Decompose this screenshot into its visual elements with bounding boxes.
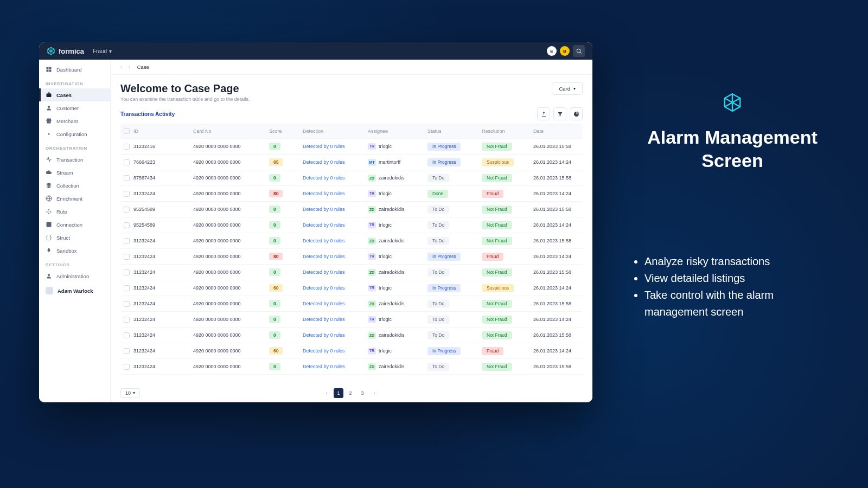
cell-detection[interactable]: Detected by 0 rules — [303, 144, 368, 149]
row-checkbox[interactable] — [124, 317, 130, 323]
cell-detection[interactable]: Detected by 0 rules — [303, 348, 368, 354]
sidebar-item-label: Configuration — [56, 131, 87, 137]
row-checkbox[interactable] — [124, 159, 130, 165]
table-row[interactable]: 312324164920 0000 0000 00000Detected by … — [120, 139, 583, 155]
table-row[interactable]: 312324244920 0000 0000 00000Detected by … — [120, 312, 583, 328]
col-header[interactable]: Status — [427, 129, 482, 134]
col-header[interactable]: Assignee — [368, 129, 427, 134]
table-row[interactable]: 312324244920 0000 0000 000080Detected by… — [120, 249, 583, 265]
row-checkbox[interactable] — [124, 301, 130, 307]
table-row[interactable]: 766642234920 0000 0000 000065Detected by… — [120, 155, 583, 170]
table-row[interactable]: 952545894920 0000 0000 00000Detected by … — [120, 202, 583, 217]
row-checkbox[interactable] — [124, 144, 130, 150]
card-dropdown[interactable]: Card ▾ — [552, 82, 583, 95]
sidebar-item-cases[interactable]: Cases — [39, 88, 110, 101]
row-checkbox[interactable] — [124, 191, 130, 197]
row-checkbox[interactable] — [124, 332, 130, 338]
svg-point-16 — [48, 133, 50, 135]
sidebar-item-stream[interactable]: Stream — [39, 166, 110, 179]
table-row[interactable]: 312324244920 0000 0000 00000Detected by … — [120, 328, 583, 343]
assignee-tag: ZD — [368, 363, 376, 370]
row-checkbox[interactable] — [124, 364, 130, 370]
row-checkbox[interactable] — [124, 207, 130, 213]
sidebar-item-merchant[interactable]: Merchant — [39, 114, 110, 127]
sidebar-item-customer[interactable]: Customer — [39, 101, 110, 114]
col-header[interactable]: ID — [133, 129, 193, 134]
table-row[interactable]: 312324244920 0000 0000 000060Detected by… — [120, 280, 583, 296]
user-pill-e[interactable]: E — [547, 46, 557, 56]
cell-detection[interactable]: Detected by 0 rules — [303, 364, 368, 369]
sidebar-item-rule[interactable]: Rule — [39, 205, 110, 218]
page-number[interactable]: 1 — [334, 388, 343, 398]
sidebar-user[interactable]: Adam Warlock — [39, 282, 110, 299]
sidebar-item-collection[interactable]: Collection — [39, 179, 110, 192]
cell-detection[interactable]: Detected by 0 rules — [303, 254, 368, 259]
col-header[interactable]: Resolution — [482, 129, 533, 134]
table-row[interactable]: 312324244920 0000 0000 00000Detected by … — [120, 359, 583, 375]
page-size-select[interactable]: 10 ▾ — [120, 388, 140, 398]
row-checkbox[interactable] — [124, 222, 130, 228]
export-button[interactable] — [537, 107, 550, 120]
svg-point-15 — [48, 106, 50, 108]
promo-bullet: Analyze risky transactions — [644, 253, 835, 270]
resolution-badge: Fraud — [482, 190, 503, 198]
table-row[interactable]: 312324244920 0000 0000 00000Detected by … — [120, 296, 583, 312]
select-all-checkbox[interactable] — [124, 128, 130, 134]
table-row[interactable]: 312324244920 0000 0000 00000Detected by … — [120, 265, 583, 280]
cell-detection[interactable]: Detected by 0 rules — [303, 332, 368, 338]
resolution-badge: Not Fraud — [482, 316, 512, 324]
page-next[interactable]: › — [369, 388, 379, 398]
cell-detection[interactable]: Detected by 0 rules — [303, 191, 368, 196]
row-checkbox[interactable] — [124, 269, 130, 275]
search-button[interactable] — [573, 45, 585, 57]
sidebar-item-administration[interactable]: Administration — [39, 269, 110, 282]
page-prev[interactable]: ‹ — [322, 388, 331, 398]
row-checkbox[interactable] — [124, 348, 130, 354]
col-header[interactable]: Card No — [193, 129, 269, 134]
cell-date: 26.01.2023 14:24 — [533, 254, 582, 259]
cell-detection[interactable]: Detected by 0 rules — [303, 175, 368, 181]
top-menu-fraud[interactable]: Fraud ▾ — [93, 48, 112, 54]
table-row[interactable]: 875674344920 0000 0000 00000Detected by … — [120, 170, 583, 186]
status-badge: To Do — [427, 221, 449, 229]
user-pill-b[interactable]: B — [560, 46, 570, 56]
cell-assignee: TRtrlogic — [368, 316, 427, 323]
cell-detection[interactable]: Detected by 0 rules — [303, 301, 368, 306]
brand-logo[interactable]: formica — [47, 47, 84, 55]
table-row[interactable]: 312324244920 0000 0000 000060Detected by… — [120, 343, 583, 359]
breadcrumb-back-icon[interactable]: ‹ — [120, 64, 122, 70]
chart-button[interactable] — [570, 107, 583, 120]
cell-detection[interactable]: Detected by 0 rules — [303, 269, 368, 275]
page-number[interactable]: 2 — [346, 388, 355, 398]
cell-detection[interactable]: Detected by 0 rules — [303, 285, 368, 291]
cell-detection[interactable]: Detected by 0 rules — [303, 222, 368, 228]
row-checkbox[interactable] — [124, 238, 130, 244]
table-row[interactable]: 952545894920 0000 0000 00000Detected by … — [120, 217, 583, 233]
col-header[interactable]: Detection — [303, 129, 368, 134]
cell-detection[interactable]: Detected by 0 rules — [303, 317, 368, 322]
cell-detection[interactable]: Detected by 0 rules — [303, 238, 368, 243]
sidebar-item-connection[interactable]: Connection — [39, 218, 110, 231]
row-checkbox[interactable] — [124, 175, 130, 181]
col-header[interactable]: Score — [269, 129, 303, 134]
braces-icon — [46, 234, 52, 241]
breadcrumb-fwd-icon[interactable]: › — [129, 64, 130, 70]
sidebar-item-transaction[interactable]: Transaction — [39, 153, 110, 166]
filter-button[interactable] — [553, 107, 566, 120]
page-number[interactable]: 3 — [358, 388, 367, 398]
col-header[interactable]: Date — [533, 129, 582, 134]
sidebar-item-dashboard[interactable]: Dashboard — [39, 63, 110, 76]
cell-detection[interactable]: Detected by 0 rules — [303, 207, 368, 212]
sidebar-item-label: Merchant — [56, 118, 78, 124]
sidebar-item-configuration[interactable]: Configuration — [39, 127, 110, 140]
table-row[interactable]: 312324244920 0000 0000 00000Detected by … — [120, 233, 583, 249]
cell-detection[interactable]: Detected by 0 rules — [303, 159, 368, 165]
sidebar-item-struct[interactable]: Struct — [39, 231, 110, 244]
sidebar-item-enrichment[interactable]: Enrichment — [39, 192, 110, 205]
cell-assignee: TRtrlogic — [368, 143, 427, 150]
row-checkbox[interactable] — [124, 285, 130, 291]
table-row[interactable]: 312324244920 0000 0000 000080Detected by… — [120, 186, 583, 202]
sidebar-item-sandbox[interactable]: Sandbox — [39, 244, 110, 257]
row-checkbox[interactable] — [124, 254, 130, 260]
cell-card: 4920 0000 0000 0000 — [193, 332, 269, 338]
